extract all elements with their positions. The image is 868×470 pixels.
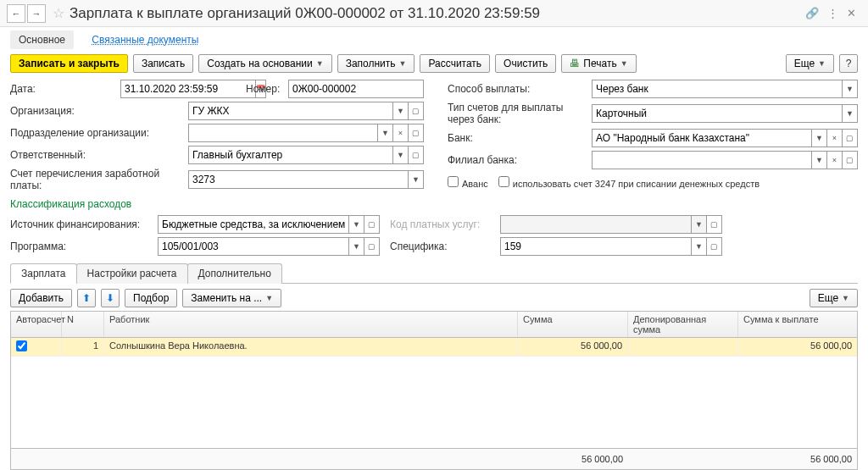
account-input[interactable] xyxy=(188,170,409,189)
nav-back-button[interactable]: ← xyxy=(7,4,25,23)
tab-extra[interactable]: Дополнительно xyxy=(187,263,282,284)
open-ref-icon[interactable]: ▢ xyxy=(409,146,424,164)
nav-forward-button[interactable]: → xyxy=(27,4,46,23)
source-input[interactable] xyxy=(158,215,349,234)
program-label: Программа: xyxy=(10,241,147,252)
clear-field-icon[interactable]: × xyxy=(827,129,843,147)
paymethod-input[interactable] xyxy=(592,80,843,98)
pick-button[interactable]: Подбор xyxy=(125,289,177,307)
move-down-icon[interactable]: ⬇ xyxy=(101,289,120,307)
save-button[interactable]: Записать xyxy=(133,54,193,73)
dropdown-icon[interactable]: ▼ xyxy=(378,124,393,142)
more-button[interactable]: Еще▼ xyxy=(786,54,834,73)
accttype-input[interactable] xyxy=(592,104,843,123)
open-ref-icon[interactable]: ▢ xyxy=(409,102,424,120)
clear-field-icon[interactable]: × xyxy=(827,151,843,169)
col-n[interactable]: N xyxy=(62,312,104,337)
responsible-label: Ответственный: xyxy=(10,149,188,161)
create-based-on-button[interactable]: Создать на основании▼ xyxy=(198,54,331,73)
dropdown-icon[interactable]: ▼ xyxy=(843,104,858,123)
dropdown-icon[interactable]: ▼ xyxy=(349,215,364,234)
bank-label: Банк: xyxy=(448,132,592,144)
salary-table: Авторасчет N Работник Сумма Депонированн… xyxy=(10,311,858,470)
open-ref-icon[interactable]: ▢ xyxy=(409,124,424,142)
date-label: Дата: xyxy=(10,83,120,95)
tab-salary[interactable]: Зарплата xyxy=(10,263,77,284)
chevron-down-icon: ▼ xyxy=(316,59,324,68)
open-ref-icon[interactable]: ▢ xyxy=(707,237,722,256)
chevron-down-icon: ▼ xyxy=(399,59,407,68)
col-sum[interactable]: Сумма xyxy=(518,312,628,337)
organization-label: Организация: xyxy=(10,105,188,117)
spec-input[interactable] xyxy=(500,237,692,256)
department-input[interactable] xyxy=(188,124,378,142)
classification-section-title: Классификация расходов xyxy=(10,195,858,215)
col-topay[interactable]: Сумма к выплате xyxy=(738,312,857,337)
table-row[interactable]: 1 Солнышкина Вера Николаевна. 56 000,00 … xyxy=(11,338,857,357)
branch-label: Филиал банка: xyxy=(448,154,592,166)
dropdown-icon[interactable]: ▼ xyxy=(409,170,424,189)
program-input[interactable] xyxy=(158,237,349,256)
add-row-button[interactable]: Добавить xyxy=(10,289,72,307)
favorite-star-icon[interactable]: ☆ xyxy=(53,5,64,21)
save-and-close-button[interactable]: Записать и закрыть xyxy=(10,54,128,73)
cell-autocalc[interactable] xyxy=(11,338,62,356)
dropdown-icon[interactable]: ▼ xyxy=(812,129,827,147)
total-pay: 56 000,00 xyxy=(738,451,857,467)
link-icon[interactable]: 🔗 xyxy=(805,7,819,19)
close-window-icon[interactable]: ✕ xyxy=(847,7,856,19)
total-sum: 56 000,00 xyxy=(518,451,628,467)
table-more-button[interactable]: Еще▼ xyxy=(810,289,858,307)
move-up-icon[interactable]: ⬆ xyxy=(77,289,96,307)
open-ref-icon[interactable]: ▢ xyxy=(364,215,380,234)
paidcode-label: Код платных услуг: xyxy=(390,218,490,230)
cell-worker: Солнышкина Вера Николаевна. xyxy=(104,338,518,356)
open-ref-icon[interactable]: ▢ xyxy=(843,129,858,147)
calculate-button[interactable]: Рассчитать xyxy=(420,54,490,73)
branch-input[interactable] xyxy=(592,151,812,169)
dropdown-icon[interactable]: ▼ xyxy=(843,80,858,98)
date-input[interactable] xyxy=(120,80,256,98)
dropdown-icon: ▼ xyxy=(692,215,707,234)
organization-input[interactable] xyxy=(188,102,393,120)
replace-button[interactable]: Заменить на ...▼ xyxy=(182,289,281,307)
clear-button[interactable]: Очистить xyxy=(495,54,556,73)
dropdown-icon[interactable]: ▼ xyxy=(692,237,707,256)
tab-main[interactable]: Основное xyxy=(10,30,74,49)
col-deposited[interactable]: Депонированная сумма xyxy=(628,312,738,337)
chevron-down-icon: ▼ xyxy=(265,294,273,302)
total-dep xyxy=(628,451,738,467)
responsible-input[interactable] xyxy=(188,146,393,164)
open-ref-icon[interactable]: ▢ xyxy=(707,215,722,234)
dropdown-icon[interactable]: ▼ xyxy=(393,102,409,120)
printer-icon: 🖶 xyxy=(570,58,580,69)
source-label: Источник финансирования: xyxy=(10,218,147,230)
paymethod-label: Способ выплаты: xyxy=(448,83,592,95)
dropdown-icon[interactable]: ▼ xyxy=(349,237,364,256)
paidcode-input[interactable] xyxy=(500,215,692,234)
tab-calc-settings[interactable]: Настройки расчета xyxy=(76,263,188,284)
fill-button[interactable]: Заполнить▼ xyxy=(337,54,415,73)
chevron-down-icon: ▼ xyxy=(620,59,628,68)
cell-sum: 56 000,00 xyxy=(518,338,628,356)
dropdown-icon[interactable]: ▼ xyxy=(393,146,409,164)
cell-n: 1 xyxy=(62,338,104,356)
clear-field-icon[interactable]: × xyxy=(393,124,409,142)
col-worker[interactable]: Работник xyxy=(104,312,518,337)
number-input[interactable] xyxy=(288,80,424,98)
print-button[interactable]: 🖶Печать▼ xyxy=(561,54,636,73)
menu-dots-icon[interactable]: ⋮ xyxy=(827,7,838,19)
advance-checkbox[interactable]: Аванс xyxy=(448,176,488,189)
col-autocalc[interactable]: Авторасчет xyxy=(11,312,62,337)
dropdown-icon[interactable]: ▼ xyxy=(812,151,827,169)
document-title: Зарплата к выплате организаций 0Ж00-0000… xyxy=(70,5,805,22)
open-ref-icon[interactable]: ▢ xyxy=(364,237,380,256)
department-label: Подразделение организации: xyxy=(10,127,188,139)
number-label: Номер: xyxy=(246,83,288,95)
tab-linked-documents[interactable]: Связанные документы xyxy=(83,30,207,49)
open-ref-icon[interactable]: ▢ xyxy=(843,151,858,169)
accttype-label: Тип счетов для выплаты через банк: xyxy=(448,102,592,125)
help-button[interactable]: ? xyxy=(839,54,858,73)
use-3247-checkbox[interactable]: использовать счет 3247 при списании дене… xyxy=(498,176,760,189)
bank-input[interactable] xyxy=(592,129,812,147)
